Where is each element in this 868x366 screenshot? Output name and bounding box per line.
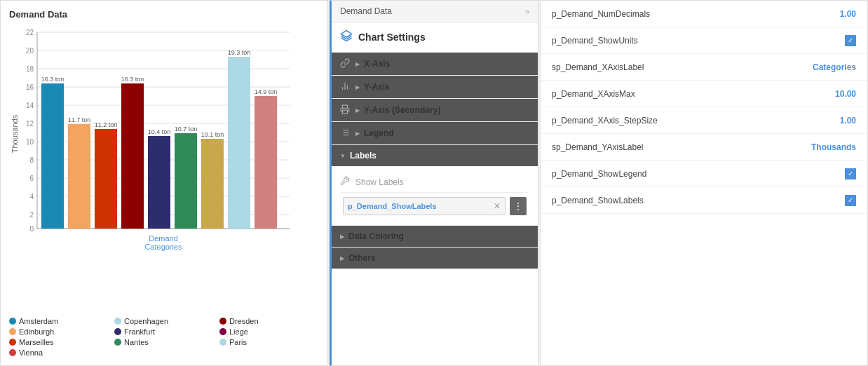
- prop-row-stepsize: p_Demand_XAxis_StepSize 1.00: [541, 107, 867, 134]
- settings-nav: ▶ X-Axis ▶ Y-Axis: [332, 53, 538, 365]
- wrench-icon: [340, 176, 350, 188]
- show-labels-text: Show Labels: [355, 177, 404, 187]
- y-axis-sec-expand-icon: ▶: [355, 107, 360, 114]
- svg-text:14.9 ton: 14.9 ton: [255, 88, 278, 95]
- prop-value-stepsize[interactable]: 1.00: [840, 116, 856, 126]
- svg-text:19.3 ton: 19.3 ton: [228, 49, 251, 56]
- bar-nantes[interactable]: [175, 133, 197, 229]
- prop-row-yaxislabel: sp_Demand_YAxisLabel Thousands: [541, 134, 867, 161]
- prop-name-stepsize: p_Demand_XAxis_StepSize: [552, 116, 840, 126]
- svg-text:16.3 ton: 16.3 ton: [41, 76, 65, 83]
- list-icon: [340, 128, 350, 139]
- svg-text:2: 2: [29, 211, 34, 219]
- prop-value-xaxismax[interactable]: 10.00: [835, 89, 856, 99]
- legend-dresden: Dresden: [219, 317, 319, 325]
- x-axis-title-line1: Demand: [149, 234, 178, 243]
- svg-text:16.3 ton: 16.3 ton: [121, 76, 144, 83]
- layers-icon: [340, 29, 353, 45]
- chart-area: Thousands 22 20 18 16 14 12 10 8: [9, 25, 319, 357]
- bar-amsterdam[interactable]: [41, 83, 64, 229]
- bar-paris[interactable]: [255, 96, 277, 229]
- param-input-wrapper[interactable]: p_Demand_ShowLabels ✕: [343, 197, 506, 215]
- prop-row-xaxismax: p_Demand_XAxisMax 10.00: [541, 81, 867, 107]
- legend-expand-icon: ▶: [355, 130, 360, 137]
- settings-header-arrow: »: [525, 7, 529, 15]
- svg-rect-39: [343, 110, 348, 114]
- others-expand-icon: ▶: [340, 255, 344, 262]
- y-axis-label: Thousands: [11, 114, 19, 153]
- prop-checkbox-showlegend[interactable]: ✓: [845, 168, 856, 179]
- labels-collapse-icon: ▼: [340, 153, 346, 159]
- settings-header-title: Demand Data: [340, 6, 392, 16]
- bar-liege[interactable]: [201, 139, 224, 229]
- prop-name-showlabels: p_Demand_ShowLabels: [552, 196, 845, 205]
- prop-row-xaxislabel: sp_Demand_XAxisLabel Categories: [541, 54, 867, 81]
- svg-text:10.1 ton: 10.1 ton: [201, 131, 224, 138]
- bar-frankfurt[interactable]: [121, 83, 144, 229]
- bar-dresden[interactable]: [148, 136, 170, 229]
- prop-value-yaxislabel[interactable]: Thousands: [811, 142, 856, 152]
- nav-item-others[interactable]: ▶ Others: [332, 248, 538, 269]
- svg-text:10: 10: [26, 138, 34, 146]
- nav-item-y-axis[interactable]: ▶ Y-Axis: [332, 76, 538, 99]
- legend-amsterdam: Amsterdam: [9, 317, 109, 325]
- nav-item-x-axis[interactable]: ▶ X-Axis: [332, 53, 538, 76]
- prop-name-xaxismax: p_Demand_XAxisMax: [552, 89, 835, 99]
- legend-marseilles: Marseilles: [9, 338, 109, 346]
- svg-text:11.2 ton: 11.2 ton: [95, 121, 118, 128]
- prop-name-numdecimals: p_Demand_NumDecimals: [552, 9, 840, 19]
- settings-panel: Demand Data » Chart Settings ▶ X-Axis: [330, 0, 538, 366]
- prop-checkbox-showunits[interactable]: ✓: [845, 35, 856, 46]
- bar-copenhagen[interactable]: [228, 57, 250, 229]
- labels-header[interactable]: ▼ Labels: [332, 145, 538, 166]
- chart-settings-title-row: Chart Settings: [332, 22, 538, 53]
- svg-text:20: 20: [26, 47, 34, 55]
- prop-checkbox-showlabels[interactable]: ✓: [845, 195, 856, 206]
- x-axis-expand-icon: ▶: [355, 61, 360, 67]
- svg-text:6: 6: [29, 175, 34, 182]
- nav-item-legend[interactable]: ▶ Legend: [332, 122, 538, 145]
- labels-body: Show Labels p_Demand_ShowLabels ✕ ⋮: [332, 166, 538, 225]
- param-row: p_Demand_ShowLabels ✕ ⋮: [340, 193, 529, 219]
- param-clear-icon[interactable]: ✕: [494, 201, 501, 211]
- link-icon: [340, 58, 350, 69]
- chart-legend: Amsterdam Copenhagen Dresden Edinburgh F…: [9, 317, 319, 357]
- data-coloring-expand-icon: ▶: [340, 233, 344, 240]
- svg-text:10.7 ton: 10.7 ton: [175, 126, 198, 133]
- print-icon: [340, 104, 350, 116]
- nav-item-data-coloring[interactable]: ▶ Data Coloring: [332, 226, 538, 248]
- param-menu-button[interactable]: ⋮: [510, 197, 527, 215]
- legend-edinburgh: Edinburgh: [9, 327, 109, 336]
- legend-copenhagen: Copenhagen: [114, 317, 214, 325]
- prop-row-numdecimals: p_Demand_NumDecimals 1.00: [541, 1, 867, 27]
- nav-label-data-coloring: Data Coloring: [348, 231, 404, 241]
- svg-text:16: 16: [26, 83, 34, 91]
- nav-item-y-axis-secondary[interactable]: ▶ Y-Axis (Secondary): [332, 99, 538, 122]
- prop-row-showunits: p_Demand_ShowUnits ✓: [541, 27, 867, 54]
- properties-panel: p_Demand_NumDecimals 1.00 p_Demand_ShowU…: [540, 0, 868, 366]
- prop-row-showlegend: p_Demand_ShowLegend ✓: [541, 161, 867, 187]
- nav-label-y-axis: Y-Axis: [364, 82, 390, 92]
- legend-nantes: Nantes: [114, 338, 214, 346]
- labels-section: ▼ Labels Show Labels p_Demand_ShowLabels…: [332, 145, 538, 226]
- prop-name-showunits: p_Demand_ShowUnits: [552, 36, 845, 46]
- x-axis-title-line2: Categories: [144, 243, 182, 251]
- nav-label-y-axis-secondary: Y-Axis (Secondary): [364, 105, 440, 115]
- chart-icon: [340, 81, 350, 93]
- bar-marseilles[interactable]: [95, 129, 117, 229]
- svg-text:11.7 ton: 11.7 ton: [68, 116, 91, 123]
- prop-value-xaxislabel[interactable]: Categories: [813, 62, 856, 72]
- chart-title: Demand Data: [9, 9, 319, 20]
- bar-edinburgh[interactable]: [68, 124, 90, 229]
- svg-text:4: 4: [29, 193, 34, 201]
- param-input-text: p_Demand_ShowLabels: [348, 202, 494, 210]
- chart-panel: Demand Data Thousands 22 20 18 16 14: [0, 0, 328, 366]
- settings-header: Demand Data »: [332, 1, 538, 22]
- prop-name-xaxislabel: sp_Demand_XAxisLabel: [552, 62, 813, 72]
- chart-settings-title: Chart Settings: [358, 32, 426, 43]
- legend-liege: Liege: [219, 327, 319, 336]
- prop-value-numdecimals[interactable]: 1.00: [840, 9, 856, 19]
- svg-text:0: 0: [29, 225, 34, 233]
- nav-label-x-axis: X-Axis: [364, 59, 390, 69]
- prop-name-yaxislabel: sp_Demand_YAxisLabel: [552, 142, 811, 152]
